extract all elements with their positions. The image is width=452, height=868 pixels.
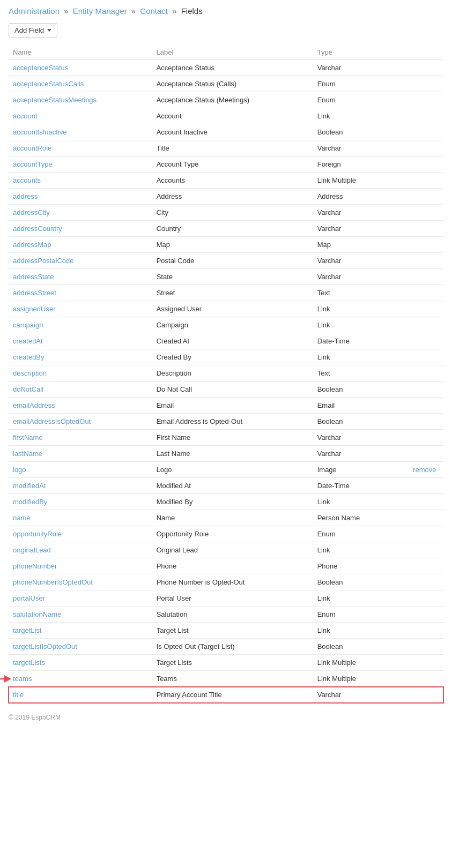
field-type-cell: Varchar <box>313 253 409 269</box>
field-label-cell: City <box>152 205 313 221</box>
field-label-cell: Map <box>152 237 313 253</box>
field-type-cell: Email <box>313 398 409 414</box>
field-type-cell: Link <box>313 349 409 365</box>
field-name-link[interactable]: acceptanceStatusMeetings <box>13 96 97 104</box>
field-name-link[interactable]: accountIsInactive <box>13 128 66 136</box>
add-field-button[interactable]: Add Field <box>9 23 57 38</box>
field-name-link[interactable]: lastName <box>13 450 42 458</box>
field-action-cell <box>409 446 443 462</box>
field-name-link[interactable]: logo <box>13 466 26 474</box>
field-type-cell: Boolean <box>313 381 409 398</box>
field-name-link[interactable]: accounts <box>13 176 41 184</box>
field-name-link[interactable]: firstName <box>13 433 43 442</box>
field-type-cell: Link <box>313 494 409 510</box>
field-name-link[interactable]: createdBy <box>13 353 45 361</box>
fields-table: Name Label Type acceptanceStatusAcceptan… <box>9 45 443 703</box>
field-type-cell: Text <box>313 285 409 301</box>
field-name-link[interactable]: address <box>13 192 38 200</box>
table-row: doNotCallDo Not CallBoolean <box>9 381 443 398</box>
field-name-cell: description <box>9 365 152 381</box>
field-action-cell[interactable]: remove <box>409 462 443 478</box>
field-name-link[interactable]: name <box>13 514 31 522</box>
table-row: teamsTeamsLink Multiple <box>9 671 443 687</box>
table-row: acceptanceStatusAcceptance StatusVarchar <box>9 60 443 76</box>
field-name-link[interactable]: accountRole <box>13 144 51 152</box>
field-action-cell <box>409 607 443 623</box>
field-name-link[interactable]: phoneNumber <box>13 562 57 570</box>
col-header-label: Label <box>152 45 313 60</box>
field-name-link[interactable]: acceptanceStatus <box>13 64 68 72</box>
field-label-cell: Primary Account Title <box>152 687 313 703</box>
field-name-link[interactable]: accountType <box>13 160 53 168</box>
field-type-cell: Link <box>313 108 409 124</box>
field-name-link[interactable]: assignedUser <box>13 305 56 313</box>
field-type-cell: Varchar <box>313 60 409 76</box>
field-label-cell: Modified At <box>152 478 313 494</box>
field-name-link[interactable]: title <box>13 691 24 699</box>
field-type-cell: Varchar <box>313 430 409 446</box>
breadcrumb-fields: Fields <box>181 6 203 16</box>
field-label-cell: Accounts <box>152 173 313 189</box>
field-label-cell: Phone Number is Opted-Out <box>152 574 313 590</box>
field-name-link[interactable]: opportunityRole <box>13 530 62 538</box>
field-action-cell <box>409 60 443 76</box>
field-type-cell: Map <box>313 237 409 253</box>
field-action-cell <box>409 333 443 349</box>
field-name-link[interactable]: emailAddress <box>13 401 55 409</box>
field-name-link[interactable]: acceptanceStatusCalls <box>13 80 84 88</box>
field-label-cell: Created At <box>152 333 313 349</box>
col-header-type: Type <box>313 45 409 60</box>
table-row: lastNameLast NameVarchar <box>9 446 443 462</box>
field-name-link[interactable]: modifiedAt <box>13 482 46 490</box>
field-name-cell: createdAt <box>9 333 152 349</box>
field-type-cell: Link Multiple <box>313 655 409 671</box>
field-name-link[interactable]: description <box>13 369 47 377</box>
breadcrumb-entity-manager[interactable]: Entity Manager <box>73 6 127 16</box>
field-name-cell: assignedUser <box>9 301 152 317</box>
field-label-cell: Account Type <box>152 156 313 173</box>
field-name-cell: salutationName <box>9 607 152 623</box>
field-name-link[interactable]: addressCity <box>13 208 50 216</box>
field-type-cell: Link <box>313 623 409 639</box>
field-label-cell: Name <box>152 510 313 526</box>
field-name-link[interactable]: campaign <box>13 321 43 329</box>
breadcrumb-admin[interactable]: Administration <box>9 6 60 16</box>
field-action-cell <box>409 510 443 526</box>
breadcrumb-contact[interactable]: Contact <box>140 6 168 16</box>
field-label-cell: Acceptance Status (Calls) <box>152 76 313 92</box>
field-action-cell <box>409 494 443 510</box>
field-name-link[interactable]: emailAddressIsOptedOut <box>13 417 91 425</box>
field-action-cell <box>409 623 443 639</box>
field-name-link[interactable]: addressPostalCode <box>13 257 73 265</box>
field-name-link[interactable]: addressState <box>13 273 54 281</box>
field-name-link[interactable]: targetListIsOptedOut <box>13 642 77 650</box>
field-name-link[interactable]: addressCountry <box>13 225 62 233</box>
field-name-link[interactable]: teams <box>13 675 32 683</box>
field-type-cell: Boolean <box>313 639 409 655</box>
field-name-cell: portalUser <box>9 590 152 607</box>
field-name-link[interactable]: modifiedBy <box>13 498 47 506</box>
field-name-link[interactable]: targetLists <box>13 659 45 667</box>
table-row: acceptanceStatusCallsAcceptance Status (… <box>9 76 443 92</box>
field-name-link[interactable]: portalUser <box>13 594 45 602</box>
field-name-cell: emailAddress <box>9 398 152 414</box>
field-label-cell: Country <box>152 221 313 237</box>
field-name-link[interactable]: addressStreet <box>13 289 56 297</box>
field-name-link[interactable]: account <box>13 112 38 120</box>
table-row: descriptionDescriptionText <box>9 365 443 381</box>
field-name-link[interactable]: phoneNumberIsOptedOut <box>13 578 93 586</box>
field-name-cell: teams <box>9 671 152 687</box>
field-name-link[interactable]: salutationName <box>13 610 61 618</box>
field-name-cell: targetLists <box>9 655 152 671</box>
field-action-cell <box>409 349 443 365</box>
field-name-link[interactable]: createdAt <box>13 337 43 345</box>
table-row: createdAtCreated AtDate-Time <box>9 333 443 349</box>
field-name-link[interactable]: targetList <box>13 626 41 634</box>
field-name-link[interactable]: addressMap <box>13 241 51 249</box>
table-row: firstNameFirst NameVarchar <box>9 430 443 446</box>
table-row: campaignCampaignLink <box>9 317 443 333</box>
field-action-cell <box>409 269 443 285</box>
field-action-cell <box>409 478 443 494</box>
field-name-link[interactable]: doNotCall <box>13 385 43 393</box>
field-name-link[interactable]: originalLead <box>13 546 51 554</box>
